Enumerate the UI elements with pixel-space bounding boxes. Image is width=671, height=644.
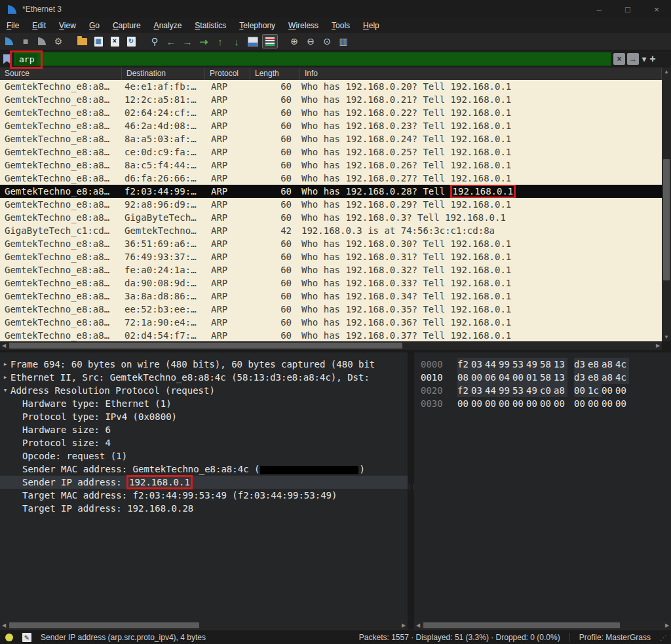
detail-line[interactable]: Sender MAC address: GemtekTechno_e8:a8:4…: [0, 463, 408, 476]
packet-list-hscrollbar[interactable]: ◀ ▶: [0, 341, 662, 350]
details-hscrollbar[interactable]: ◀ ▶: [0, 621, 408, 630]
table-row[interactable]: GemtekTechno_e8:a8…4e:e1:af:fb:…ARP60Who…: [0, 80, 662, 93]
menu-go[interactable]: Go: [83, 20, 106, 31]
scroll-up-icon[interactable]: ▲: [662, 69, 671, 75]
capture-comment-icon[interactable]: ✎: [22, 633, 31, 642]
hex-row[interactable]: 0030000000000000000000000000: [421, 397, 671, 410]
pane-divider[interactable]: ⋮⋮: [408, 352, 414, 621]
scroll-left-icon[interactable]: ◀: [0, 622, 8, 628]
detail-line[interactable]: Protocol type: IPv4 (0x0800): [0, 410, 408, 423]
go-first-packet-icon[interactable]: ↑: [213, 35, 227, 48]
detail-line[interactable]: Target IP address: 192.168.0.28: [0, 502, 408, 515]
bytes-hscrollbar[interactable]: ◀ ▶: [414, 621, 671, 630]
zoom-original-icon[interactable]: ⊙: [320, 35, 334, 48]
table-row[interactable]: GemtekTechno_e8:a8…02:d4:54:f7:…ARP60Who…: [0, 329, 662, 341]
resize-grip-icon[interactable]: ⋰: [660, 634, 667, 642]
column-header-protocol[interactable]: Protocol: [205, 67, 250, 80]
menu-help[interactable]: Help: [356, 20, 386, 31]
scroll-right-icon[interactable]: ▶: [654, 343, 662, 349]
file-save-icon[interactable]: ▦: [91, 35, 105, 48]
detail-line[interactable]: Target MAC address: f2:03:44:99:53:49 (f…: [0, 489, 408, 502]
table-row[interactable]: GemtekTechno_e8:a8…da:90:08:9d:…ARP60Who…: [0, 276, 662, 290]
resize-columns-icon[interactable]: ▥: [336, 35, 351, 48]
capture-start-icon[interactable]: [2, 35, 16, 48]
display-filter-input[interactable]: arp: [14, 52, 611, 66]
apply-filter[interactable]: →: [627, 53, 639, 65]
table-row[interactable]: GigaByteTech_c1:cd…GemtekTechno…ARP42192…: [0, 224, 662, 237]
table-row[interactable]: GemtekTechno_e8:a8…ce:0d:c9:fa:…ARP60Who…: [0, 145, 662, 159]
menu-file[interactable]: File: [0, 20, 26, 31]
menu-wireless[interactable]: Wireless: [282, 20, 325, 31]
menu-analyze[interactable]: Analyze: [147, 20, 189, 31]
menu-edit[interactable]: Edit: [26, 20, 52, 31]
table-row[interactable]: GemtekTechno_e8:a8…GigaByteTech…ARP60Who…: [0, 211, 662, 224]
go-last-packet-icon[interactable]: ↓: [229, 35, 244, 48]
maximize-button[interactable]: □: [613, 0, 642, 18]
file-reload-icon[interactable]: ↻: [124, 35, 138, 48]
file-open-icon[interactable]: [75, 35, 89, 48]
expander-icon[interactable]: ▸: [0, 371, 10, 384]
table-row[interactable]: GemtekTechno_e8:a8…46:2a:4d:08:…ARP60Who…: [0, 119, 662, 132]
table-row[interactable]: GemtekTechno_e8:a8…3a:8a:d8:86:…ARP60Who…: [0, 290, 662, 303]
detail-line[interactable]: Hardware size: 6: [0, 423, 408, 436]
clear-filter[interactable]: ×: [613, 53, 625, 65]
table-row[interactable]: GemtekTechno_e8:a8…76:49:93:37:…ARP60Who…: [0, 250, 662, 263]
file-close-icon[interactable]: ×: [107, 35, 122, 48]
table-row[interactable]: GemtekTechno_e8:a8…f2:03:44:99:…ARP60Who…: [0, 185, 662, 198]
menu-tools[interactable]: Tools: [325, 20, 356, 31]
table-row[interactable]: GemtekTechno_e8:a8…92:a8:96:d9:…ARP60Who…: [0, 198, 662, 211]
table-row[interactable]: GemtekTechno_e8:a8…d6:fa:26:66:…ARP60Who…: [0, 172, 662, 185]
expander-icon[interactable]: ▸: [0, 358, 10, 371]
scroll-left-icon[interactable]: ◀: [414, 622, 422, 628]
table-row[interactable]: GemtekTechno_e8:a8…72:1a:90:e4:…ARP60Who…: [0, 316, 662, 329]
minimize-button[interactable]: –: [585, 0, 613, 18]
go-forward-icon[interactable]: →: [180, 35, 195, 48]
column-header-info[interactable]: Info: [300, 67, 662, 80]
column-header-length[interactable]: Length: [250, 67, 300, 80]
zoom-out-icon[interactable]: ⊖: [303, 35, 318, 48]
capture-stop-icon[interactable]: ■: [18, 35, 33, 48]
table-row[interactable]: GemtekTechno_e8:a8…8a:c5:f4:44:…ARP60Who…: [0, 159, 662, 172]
expert-info-icon[interactable]: [5, 634, 13, 641]
column-header-source[interactable]: Source: [0, 67, 122, 80]
detail-line[interactable]: ▸Frame 694: 60 bytes on wire (480 bits),…: [0, 358, 408, 371]
table-row[interactable]: GemtekTechno_e8:a8…36:51:69:a6:…ARP60Who…: [0, 237, 662, 250]
go-back-icon[interactable]: ←: [164, 35, 178, 48]
scroll-left-icon[interactable]: ◀: [0, 343, 8, 349]
hex-row[interactable]: 00100800060400015813d3e8a84c: [421, 371, 671, 384]
hex-row[interactable]: 0020f20344995349c0a8001c0000: [421, 384, 671, 397]
detail-line[interactable]: Opcode: request (1): [0, 449, 408, 463]
detail-line[interactable]: Sender IP address: 192.168.0.1: [0, 476, 408, 489]
table-row[interactable]: GemtekTechno_e8:a8…8a:a5:03:af:…ARP60Who…: [0, 132, 662, 145]
menu-telephony[interactable]: Telephony: [233, 20, 282, 31]
detail-line[interactable]: Hardware type: Ethernet (1): [0, 397, 408, 410]
filter-dropdown[interactable]: ▾: [641, 53, 647, 65]
scroll-thumb[interactable]: [9, 622, 199, 628]
table-row[interactable]: GemtekTechno_e8:a8…02:64:24:cf:…ARP60Who…: [0, 106, 662, 119]
scroll-thumb[interactable]: [9, 343, 402, 349]
menu-view[interactable]: View: [52, 20, 83, 31]
scroll-right-icon[interactable]: ▶: [663, 622, 671, 628]
scroll-thumb[interactable]: [423, 622, 620, 628]
capture-restart-icon[interactable]: [35, 35, 49, 48]
detail-line[interactable]: ▸Ethernet II, Src: GemtekTechno_e8:a8:4c…: [0, 371, 408, 384]
auto-scroll-icon[interactable]: [246, 35, 260, 48]
column-header-destination[interactable]: Destination: [122, 67, 205, 80]
capture-options-icon[interactable]: ⚙: [51, 35, 66, 48]
add-filter-button[interactable]: +: [649, 53, 656, 65]
zoom-in-icon[interactable]: ⊕: [287, 35, 301, 48]
menu-statistics[interactable]: Statistics: [188, 20, 233, 31]
scroll-down-icon[interactable]: ▼: [662, 334, 671, 340]
find-packet-icon[interactable]: ⚲: [147, 35, 162, 48]
packet-list-vscrollbar[interactable]: ▲ ▼: [662, 67, 671, 341]
table-row[interactable]: GemtekTechno_e8:a8…fe:a0:24:1a:…ARP60Who…: [0, 263, 662, 276]
close-button[interactable]: ×: [642, 0, 671, 18]
menu-capture[interactable]: Capture: [106, 20, 147, 31]
detail-line[interactable]: Protocol size: 4: [0, 436, 408, 449]
scroll-thumb[interactable]: [663, 159, 670, 280]
expander-icon[interactable]: ▾: [0, 384, 10, 397]
table-row[interactable]: GemtekTechno_e8:a8…12:2c:a5:81:…ARP60Who…: [0, 93, 662, 106]
go-to-packet-icon[interactable]: ⇢: [197, 35, 211, 48]
hex-row[interactable]: 0000f203449953495813d3e8a84c: [421, 358, 671, 371]
detail-line[interactable]: ▾Address Resolution Protocol (request): [0, 384, 408, 397]
